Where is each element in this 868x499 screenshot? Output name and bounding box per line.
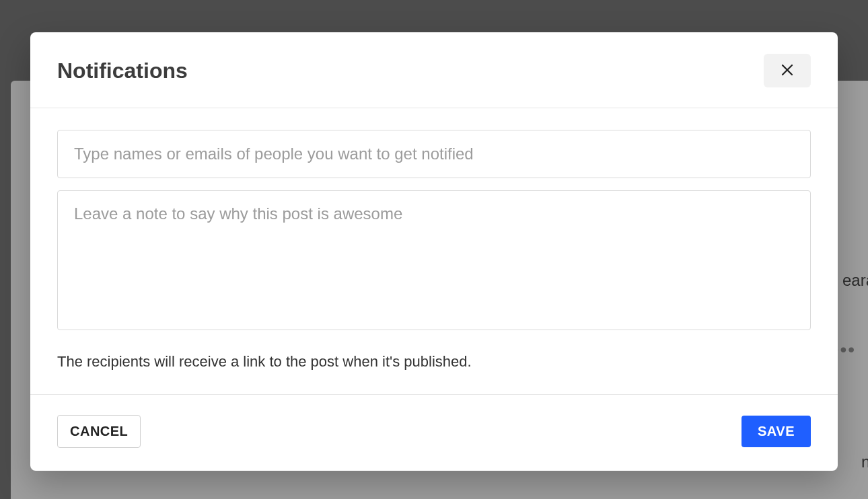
- close-icon: [779, 62, 795, 80]
- recipients-input[interactable]: [57, 130, 811, 178]
- note-textarea[interactable]: [57, 190, 811, 330]
- modal-header: Notifications: [30, 32, 838, 108]
- close-button[interactable]: [764, 54, 811, 87]
- modal-footer: CANCEL SAVE: [30, 394, 838, 471]
- save-button[interactable]: SAVE: [742, 416, 811, 447]
- modal-body: The recipients will receive a link to th…: [30, 108, 838, 384]
- info-text: The recipients will receive a link to th…: [57, 353, 811, 371]
- modal-title: Notifications: [57, 59, 188, 83]
- notifications-modal: Notifications The recipients will receiv…: [30, 32, 838, 471]
- cancel-button[interactable]: CANCEL: [57, 415, 141, 448]
